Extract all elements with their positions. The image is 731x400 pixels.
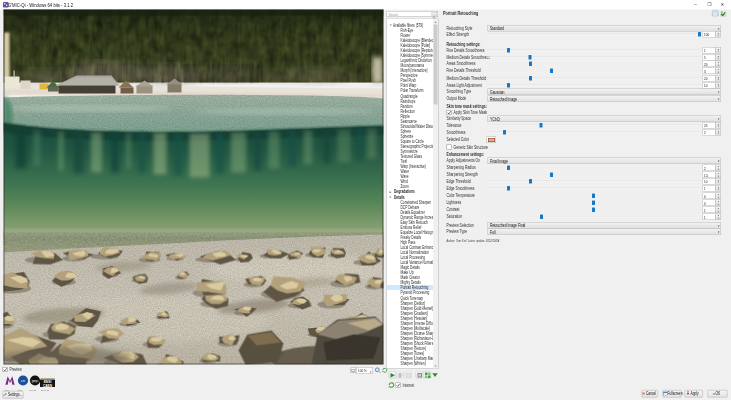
svg-text:CAEN: CAEN [43, 384, 53, 388]
svg-text:greyc: greyc [32, 379, 39, 383]
svg-text:cn: cn [21, 379, 25, 383]
